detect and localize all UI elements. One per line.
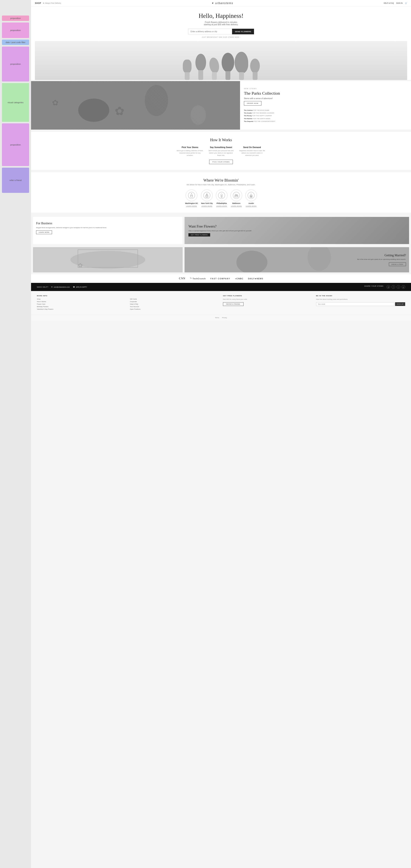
sidebar-proposition-2: proposition <box>2 23 29 38</box>
list-item: The Rocky FOR THE HAPPY CAMPER <box>244 115 407 117</box>
nav-left: SHOP ★ Always Free Delivery <box>35 2 61 4</box>
nav-help-link[interactable]: HELP & FAQ <box>384 2 394 4</box>
business-flower-image: ✿ <box>33 247 183 272</box>
free-flowers-card: Want Free Flowers? Help us spread happin… <box>184 217 409 244</box>
pick-stems-button[interactable]: PICK YOUR STEMS <box>209 160 233 164</box>
cart-icon[interactable]: 🛒 <box>405 2 407 4</box>
nav-delivery-label: ★ Always Free Delivery <box>43 2 61 4</box>
wedding-title: Getting Married? <box>357 254 406 257</box>
sidebar-refer-friend: refer a friend <box>2 167 29 193</box>
delivery-address-input[interactable] <box>188 29 232 34</box>
sidebar-proposition-3: proposition <box>2 46 29 82</box>
svg-marker-8 <box>190 193 193 196</box>
hero-title: Hello, Happiness! <box>35 12 407 20</box>
svg-rect-7 <box>190 196 193 197</box>
footer-link-shop[interactable]: Shop <box>37 298 126 300</box>
footer-email[interactable]: care@urbanstems.com <box>54 286 70 288</box>
navigation: SHOP ★ Always Free Delivery ✦ urbanstems… <box>31 0 411 6</box>
list-item: The Rainier FOR THE EARTH MAMA <box>244 117 407 120</box>
svg-rect-21 <box>237 194 237 196</box>
hero-browse-link[interactable]: JUST BROWSING? SEE OUR STEMS NOW › <box>35 36 407 38</box>
newsletter-signup-button[interactable]: SIGN UP <box>395 302 405 306</box>
refer-friend-button[interactable]: REFER A FRIEND <box>223 302 243 306</box>
hero-section: Hello, Happiness! Fresh flowers delivere… <box>31 6 411 80</box>
washington-dc-icon <box>186 190 197 201</box>
facebook-icon[interactable]: f <box>391 285 395 289</box>
parks-order-button[interactable]: ORDER NOW <box>244 101 261 105</box>
washington-dc-learn-more[interactable]: LEARN MORE <box>186 206 197 207</box>
footer-link-how[interactable]: How It Works <box>37 301 126 303</box>
sidebar-proposition-4: proposition <box>2 123 29 166</box>
press-fastcompany: FAST COMPANY <box>210 278 230 280</box>
svg-point-23 <box>248 192 255 199</box>
footer-link-positions[interactable]: Open Positions <box>130 308 219 310</box>
austin-learn-more[interactable]: LEARN MORE <box>246 206 257 207</box>
baltimore-learn-more[interactable]: LEARN MORE <box>231 206 242 207</box>
free-flowers-title: Want Free Flowers? <box>188 224 405 228</box>
how-step-1: Pick Your Stems We've got a rotating col… <box>176 146 204 157</box>
svg-rect-20 <box>235 194 236 196</box>
privacy-link[interactable]: Privacy <box>222 317 227 318</box>
main-content: SHOP ★ Always Free Delivery ✦ urbanstems… <box>31 0 411 868</box>
city-philadelphia: Philadelphia LEARN MORE <box>216 190 228 207</box>
sidebar: proposition proposition date / post code… <box>0 0 31 868</box>
city-washington-dc: Washington DC LEARN MORE <box>185 190 198 207</box>
pinterest-icon[interactable]: p <box>402 285 405 289</box>
nav-shop-link[interactable]: SHOP <box>35 2 41 4</box>
parks-section: ✿ ✿ NEW STEMS The Parks Collection Stems… <box>31 81 411 130</box>
svg-rect-11 <box>206 194 207 197</box>
footer-refer: GET FREE FLOWERS Earn $15 for every frie… <box>223 295 312 311</box>
new-york-learn-more[interactable]: LEARN MORE <box>201 206 212 207</box>
footer-link-account[interactable]: Your Account <box>130 306 219 308</box>
footer-link-birthday[interactable]: Birthday Flowers <box>37 306 126 308</box>
wedding-desc: Be in the know and get a peek at our upc… <box>357 258 406 260</box>
instagram-icon[interactable]: ◎ <box>386 285 390 289</box>
philadelphia-learn-more[interactable]: LEARN MORE <box>216 206 227 207</box>
parks-eyebrow: NEW STEMS <box>244 88 407 89</box>
wedding-sneak-peek-button[interactable]: SNEAK A PEEK <box>389 262 406 266</box>
business-learn-more-button[interactable]: LEARN MORE <box>36 230 52 234</box>
get-free-flowers-button[interactable]: GET FREE FLOWERS <box>188 233 210 237</box>
press-cnbc: ≡CNBC <box>235 277 243 280</box>
terms-link[interactable]: Terms <box>215 317 219 318</box>
footer-link-giftcards[interactable]: Gift Cards <box>130 298 219 300</box>
footer-phone: (855) 6I-HAPPY <box>76 286 87 288</box>
footer-link-care[interactable]: Flower Care <box>37 303 126 305</box>
footer-more-info: MORE INFO Shop How It Works Flower Care … <box>37 295 126 311</box>
svg-marker-25 <box>250 194 252 196</box>
sidebar-visual-categories: visual categories <box>2 83 29 122</box>
list-item: The Acada FOR THE SEASIDE LOUNGER <box>244 112 407 115</box>
list-item: The Joshua FOR THE BOHO BABE <box>244 109 407 112</box>
need-help-label: NEED HELP? <box>37 286 49 288</box>
how-steps-grid: Pick Your Stems We've got a rotating col… <box>35 146 407 157</box>
footer-link-help[interactable]: Help & FAQ <box>130 303 219 305</box>
footer-newsletter: BE IN THE KNOW! Hear first about excitin… <box>316 295 405 311</box>
footer-link-valentine[interactable]: Valentine's Day Flowers <box>37 308 126 310</box>
newsletter-form: SIGN UP <box>316 302 405 306</box>
promo-right: Want Free Flowers? Help us spread happin… <box>184 217 409 244</box>
blooming-title: Where We're Bloomin' <box>35 178 407 183</box>
business-card: For Business Elegant floral arrangements… <box>33 217 183 244</box>
footer-link-corporate[interactable]: Corporate <box>130 301 219 303</box>
nav-signin-link[interactable]: SIGN IN <box>396 2 403 4</box>
parks-title: The Parks Collection <box>244 91 407 96</box>
parks-items-list: The Joshua FOR THE BOHO BABE The Acada F… <box>244 109 407 123</box>
send-flowers-button[interactable]: SEND FLOWERS <box>232 29 254 34</box>
nav-logo[interactable]: ✦ urbanstems <box>211 2 233 5</box>
parks-subtitle: Stems with a sense of adventure! <box>244 97 407 99</box>
press-cnn: CNN <box>179 277 185 280</box>
newsletter-email-input[interactable] <box>316 302 394 306</box>
how-step-2: Say Something Sweet We'll include your p… <box>207 146 235 157</box>
footer-social: SHARE YOUR STEMS ◎ f t p <box>364 285 405 289</box>
city-austin: Austin LEARN MORE <box>245 190 257 207</box>
twitter-icon[interactable]: t <box>397 285 400 289</box>
bottom-promo-row: ✿ Getting Married? Be in the know and ge… <box>31 247 411 274</box>
parks-image: ✿ ✿ <box>31 81 240 130</box>
footer-bar: NEED HELP? ✉ care@urbanstems.com ☎ (855)… <box>31 283 411 291</box>
philadelphia-icon <box>216 190 228 201</box>
new-york-icon <box>201 190 213 201</box>
svg-rect-27 <box>251 196 252 197</box>
baltimore-icon <box>231 190 242 201</box>
city-baltimore: Baltimore LEARN MORE <box>231 190 242 207</box>
sidebar-date-filter: date / post code filter <box>2 39 29 45</box>
